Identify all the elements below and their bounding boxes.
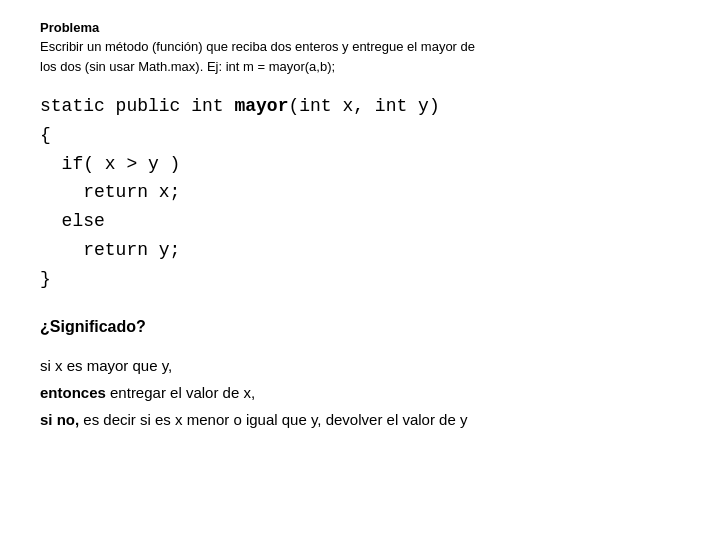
code-line-7: } [40,265,680,294]
problem-description: Escribir un método (función) que reciba … [40,37,680,76]
code-line-4: return x; [40,178,680,207]
code-line-1: static public int mayor(int x, int y) [40,92,680,121]
significance-section: ¿Significado? si x es mayor que y, enton… [40,318,680,433]
code-line-3: if( x > y ) [40,150,680,179]
significance-line3-suffix: es decir si es x menor o igual que y, de… [79,411,467,428]
significance-line1: si x es mayor que y, [40,352,680,379]
code-line-5: else [40,207,680,236]
description-line2: los dos (sin usar Math.max). Ej: int m =… [40,59,335,74]
sino-word: si no, [40,411,79,428]
significance-content: si x es mayor que y, entonces entregar e… [40,352,680,433]
significance-line2: entonces entregar el valor de x, [40,379,680,406]
code-block: static public int mayor(int x, int y) { … [40,92,680,294]
entonces-word: entonces [40,384,106,401]
description-line1: Escribir un método (función) que reciba … [40,39,475,54]
significance-line3: si no, es decir si es x menor o igual qu… [40,406,680,433]
code-line-6: return y; [40,236,680,265]
problem-title: Problema [40,20,680,35]
significance-line2-suffix: entregar el valor de x, [106,384,255,401]
significance-title: ¿Significado? [40,318,680,336]
code-line-2: { [40,121,680,150]
